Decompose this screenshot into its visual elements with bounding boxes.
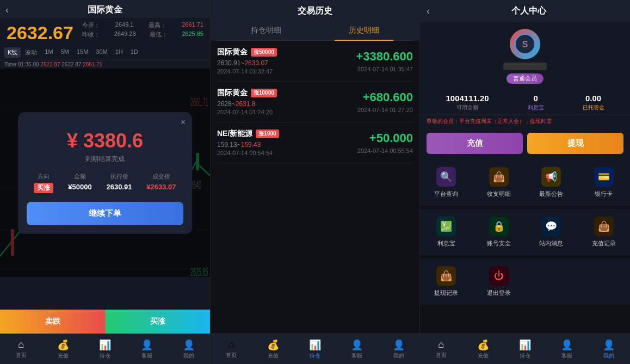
modal-subtitle: 到期结算完成 <box>27 155 183 164</box>
withdraw-btn[interactable]: 提现 <box>527 133 623 154</box>
panel2-tabs: 持仓明细 历史明细 <box>217 21 413 41</box>
bank-card-icon: 💳 <box>594 167 614 187</box>
trade-time-1: 2024-07-14 01:24:20 <box>217 109 277 115</box>
action-bar: 卖跌 买涨 <box>0 310 210 334</box>
balance-label: 可用余额 <box>456 104 478 112</box>
menu-account-security[interactable]: 🔒 账号安全 <box>473 211 526 253</box>
tab-wave[interactable]: 波动 <box>22 47 40 58</box>
tab-position-detail[interactable]: 持仓明细 <box>217 21 315 40</box>
logout-label: 退出登录 <box>487 289 511 297</box>
panel3-back-icon[interactable]: ‹ <box>427 5 430 17</box>
menu-logout[interactable]: ⏻ 退出登录 <box>473 261 526 303</box>
nav-charge[interactable]: 💰 充值 <box>42 334 84 364</box>
trade-badge-0: 涨50000 <box>251 48 277 57</box>
low-val: 2625.85 <box>182 30 203 39</box>
interest-val: 0 <box>533 94 538 103</box>
trade-item: 国际黄金 涨10000 2628~2631.8 2024-07-14 01:24… <box>217 82 413 122</box>
nav-service-label: 客服 <box>141 352 152 360</box>
nav-mine[interactable]: 👤 我的 <box>168 334 210 364</box>
menu-messages[interactable]: 💬 站内消息 <box>525 211 578 253</box>
p2-nav-home[interactable]: ⌂ 首页 <box>211 334 252 364</box>
withdraw-record-icon: 👜 <box>436 266 456 286</box>
trade-list: 国际黄金 涨50000 2630.91~2633.07 2024-07-14 0… <box>211 41 419 334</box>
nav-charge-label: 充值 <box>58 352 69 360</box>
trade-item: 国际黄金 涨50000 2630.91~2633.07 2024-07-14 0… <box>217 41 413 82</box>
p2-home-icon: ⌂ <box>228 339 234 350</box>
menu-withdraw-record[interactable]: 👜 提现记录 <box>420 261 473 303</box>
menu-income-detail[interactable]: 👜 收支明细 <box>473 162 526 203</box>
trade-price-range-0: 2630.91~2633.07 <box>217 59 268 67</box>
panel2-header: 交易历史 持仓明细 历史明细 <box>211 0 419 41</box>
tab-1h[interactable]: 1H <box>112 47 126 58</box>
menu-charge-record[interactable]: 👜 充值记录 <box>578 211 631 253</box>
menu-interest[interactable]: 💹 利息宝 <box>420 211 473 253</box>
p3-nav-mine[interactable]: 👤 我的 <box>588 334 630 364</box>
position-icon: 📊 <box>99 339 111 351</box>
p3-nav-service-label: 客服 <box>561 352 572 360</box>
menu-grid-row1: 🔍 平台查询 👜 收支明细 📢 最新公告 💳 银行卡 <box>420 159 630 206</box>
panel-profile: ‹ 个人中心 S S 普通会员 1004111.20 可用余额 0 利息宝 0.… <box>420 0 630 364</box>
nav-position[interactable]: 📊 持仓 <box>84 334 126 364</box>
direction-val: 买涨 <box>34 183 53 193</box>
tab-5m[interactable]: 5M <box>58 47 72 58</box>
interest-label: 利息宝 <box>437 239 455 248</box>
panel3-header: ‹ 个人中心 <box>420 0 630 22</box>
charge-btn[interactable]: 充值 <box>427 133 523 154</box>
balance-row: 1004111.20 可用余额 0 利息宝 0.00 已托管金 <box>420 88 630 115</box>
back-icon[interactable]: ‹ <box>5 4 9 16</box>
p2-nav-mine-label: 我的 <box>393 352 404 360</box>
menu-bank-card[interactable]: 💳 银行卡 <box>578 162 631 203</box>
action-buttons: 充值 提现 <box>420 127 630 159</box>
modal-overlay: × ¥ 3380.6 到期结算完成 方向 买涨 金额 ¥50000 执行价 26… <box>0 69 210 277</box>
p2-charge-icon: 💰 <box>267 339 279 351</box>
prev-close-val: 2649.28 <box>114 30 136 39</box>
logout-icon: ⏻ <box>489 266 509 286</box>
trade-pnl-0: +3380.600 <box>356 50 413 64</box>
panel1-header: ‹ 国际黄金 <box>0 0 210 18</box>
p2-nav-charge[interactable]: 💰 充值 <box>252 334 294 364</box>
p3-nav-charge[interactable]: 💰 充值 <box>462 334 504 364</box>
p3-nav-service[interactable]: 👤 客服 <box>546 334 588 364</box>
p3-mine-icon: 👤 <box>603 339 615 351</box>
panel-trade-history: 交易历史 持仓明细 历史明细 国际黄金 涨50000 2630.91~2633.… <box>210 0 420 364</box>
p2-nav-service[interactable]: 👤 客服 <box>336 334 378 364</box>
p3-nav-position[interactable]: 📊 持仓 <box>504 334 546 364</box>
nav-service[interactable]: 👤 客服 <box>126 334 168 364</box>
trade-date-0: 2024-07-14 01:35:47 <box>356 66 413 72</box>
platform-query-label: 平台查询 <box>434 190 458 198</box>
tab-15m[interactable]: 15M <box>73 47 91 58</box>
modal-close-btn[interactable]: × <box>181 118 186 127</box>
continue-order-btn[interactable]: 继续下单 <box>27 202 183 225</box>
bank-card-label: 银行卡 <box>595 190 613 198</box>
p2-nav-position[interactable]: 📊 持仓 <box>294 334 336 364</box>
trade-pnl-1: +680.600 <box>357 90 413 104</box>
today-open-label: 今开： <box>82 21 100 29</box>
locked-label: 已托管金 <box>583 104 604 112</box>
trade-time-2: 2024-07-14 00:54:54 <box>217 150 279 156</box>
tab-kline[interactable]: K线 <box>4 47 21 58</box>
menu-platform-query[interactable]: 🔍 平台查询 <box>420 162 473 203</box>
menu-announcement[interactable]: 📢 最新公告 <box>525 162 578 203</box>
p3-home-icon: ⌂ <box>438 339 444 350</box>
tab-1m[interactable]: 1M <box>41 47 56 58</box>
price-details: 今开： 2649.1 最高： 2661.71 昨收： 2649.28 最低： 2… <box>82 21 203 39</box>
p3-nav-home[interactable]: ⌂ 首页 <box>420 334 462 364</box>
p2-nav-mine[interactable]: 👤 我的 <box>378 334 419 364</box>
home-icon: ⌂ <box>18 339 24 350</box>
sell-btn[interactable]: 卖跌 <box>0 310 105 334</box>
buy-btn[interactable]: 买涨 <box>105 310 210 334</box>
avatar: S S <box>510 29 540 59</box>
nav-home[interactable]: ⌂ 首页 <box>0 334 42 364</box>
trade-name-0: 国际黄金 <box>217 47 248 57</box>
low-label: 最低： <box>150 30 168 39</box>
high-label: 最高： <box>149 21 166 29</box>
today-open-val: 2649.1 <box>115 21 134 29</box>
p2-position-icon: 📊 <box>309 339 321 351</box>
tab-30m[interactable]: 30M <box>92 47 110 58</box>
messages-label: 站内消息 <box>539 239 563 248</box>
tab-history-detail[interactable]: 历史明细 <box>315 21 413 40</box>
withdraw-record-label: 提现记录 <box>434 289 458 297</box>
panel2-title: 交易历史 <box>217 5 413 17</box>
account-security-label: 账号安全 <box>487 239 511 248</box>
tab-1d[interactable]: 1D <box>127 47 141 58</box>
